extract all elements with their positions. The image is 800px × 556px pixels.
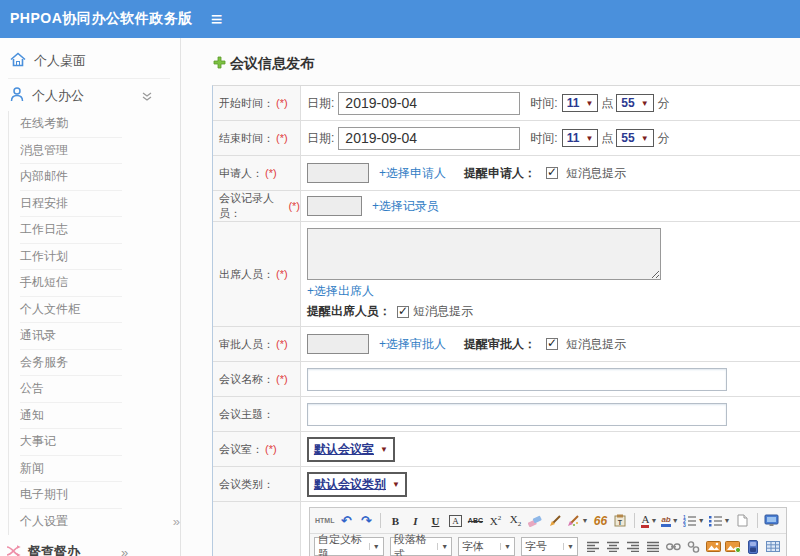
user-icon — [10, 87, 24, 105]
svg-text:T: T — [618, 519, 623, 526]
date-label: 日期: — [307, 130, 334, 147]
sidebar-item-supervise[interactable]: 督查督办 » — [0, 538, 180, 556]
meeting-room-select[interactable]: 默认会议室▼ — [307, 437, 395, 462]
date-label: 日期: — [307, 95, 334, 112]
main-content: 会议信息发布 开始时间：(*) 日期: 时间: 11▼ 点 55▼ 分 结束时间… — [181, 38, 800, 556]
choose-attendees-link[interactable]: +选择出席人 — [307, 283, 374, 300]
sidebar-subitem[interactable]: 公告 — [9, 376, 180, 403]
image-icon[interactable] — [704, 537, 722, 556]
eraser-icon[interactable] — [526, 511, 544, 530]
sidebar-item-label: 个人桌面 — [34, 52, 86, 70]
recorder-input[interactable] — [307, 196, 362, 216]
sidebar-subitem[interactable]: 内部邮件 — [9, 164, 180, 191]
top-bar: PHPOA协同办公软件政务版 ≡ — [0, 0, 800, 38]
undo-icon[interactable]: ↶ — [337, 511, 355, 530]
form-row-meeting-category: 会议类别： 默认会议类别▼ — [213, 467, 800, 502]
editor-dropdown[interactable]: 字号▼ — [521, 537, 578, 556]
start-hour-select[interactable]: 11▼ — [562, 94, 599, 112]
choose-applicant-link[interactable]: +选择申请人 — [379, 165, 446, 182]
meeting-category-select[interactable]: 默认会议类别▼ — [307, 472, 407, 497]
sidebar-subitem[interactable]: 个人文件柜 — [9, 297, 180, 324]
sms-remind-checkbox[interactable] — [546, 167, 558, 179]
toolbar-separator — [634, 513, 635, 528]
sms-remind-checkbox[interactable] — [397, 306, 409, 318]
end-date-input[interactable] — [338, 127, 520, 150]
format-brush-icon[interactable] — [546, 511, 564, 530]
font-box-icon[interactable]: A — [446, 511, 464, 530]
align-left-icon[interactable] — [584, 537, 602, 556]
editor-dropdown[interactable]: 字体▼ — [458, 537, 515, 556]
start-minute-select[interactable]: 55▼ — [616, 94, 653, 112]
remind-attendees-label: 提醒出席人员： — [307, 303, 391, 320]
required-mark: (*) — [276, 132, 288, 144]
align-justify-icon[interactable] — [644, 537, 662, 556]
font-color-icon[interactable]: A▼ — [640, 511, 658, 530]
image-add-icon[interactable] — [724, 537, 742, 556]
media-icon[interactable] — [744, 537, 762, 556]
paint-brush-menu-icon[interactable]: ▼ — [566, 511, 589, 530]
form-row-recorder: 会议记录人员：(*) +选择记录员 — [213, 191, 800, 222]
approver-input[interactable] — [307, 334, 369, 354]
sidebar-subitem[interactable]: 工作日志 — [9, 217, 180, 244]
required-mark: (*) — [265, 167, 277, 179]
ordered-list-icon[interactable]: 123▼ — [682, 511, 706, 530]
field-label: 结束时间： — [219, 131, 274, 146]
sidebar-subitem[interactable]: 新闻 — [9, 456, 180, 483]
hamburger-menu-icon[interactable]: ≡ — [211, 9, 223, 29]
hour-unit: 点 — [601, 130, 613, 147]
html-source-icon[interactable]: HTML — [314, 511, 335, 530]
field-label: 会议名称： — [219, 372, 274, 387]
italic-icon[interactable]: I — [406, 511, 424, 530]
sidebar-subitem[interactable]: 会务服务 — [9, 350, 180, 377]
align-right-icon[interactable] — [624, 537, 642, 556]
field-label: 会议室： — [219, 442, 263, 457]
sidebar-subitem[interactable]: 消息管理 — [9, 138, 180, 165]
remind-approver-label: 提醒审批人： — [464, 336, 536, 353]
link-icon[interactable] — [664, 537, 682, 556]
paste-text-icon[interactable]: T — [611, 511, 629, 530]
applicant-input[interactable] — [307, 163, 369, 183]
sidebar-subitem[interactable]: 手机短信 — [9, 270, 180, 297]
table-icon[interactable] — [764, 537, 782, 556]
align-center-icon[interactable] — [604, 537, 622, 556]
choose-recorder-link[interactable]: +选择记录员 — [372, 198, 439, 215]
meeting-form: 开始时间：(*) 日期: 时间: 11▼ 点 55▼ 分 结束时间：(*) 日期… — [212, 85, 800, 556]
strikethrough-icon[interactable]: ABC — [466, 511, 484, 530]
field-label: 会议类别： — [219, 477, 274, 492]
new-page-icon[interactable] — [734, 511, 752, 530]
app-brand: PHPOA协同办公软件政务版 — [0, 10, 193, 28]
sidebar-subitem-personal-settings[interactable]: 个人设置» — [9, 509, 180, 536]
required-mark: (*) — [276, 97, 288, 109]
sidebar-subitem[interactable]: 工作计划 — [9, 244, 180, 271]
sidebar-subitem[interactable]: 日程安排 — [9, 191, 180, 218]
end-minute-select[interactable]: 55▼ — [616, 129, 653, 147]
unlink-icon[interactable] — [684, 537, 702, 556]
redo-icon[interactable]: ↷ — [357, 511, 375, 530]
superscript-icon[interactable]: X2 — [486, 511, 504, 530]
sidebar-item-personal-desktop[interactable]: 个人桌面 — [0, 46, 180, 76]
underline-icon[interactable]: U — [426, 511, 444, 530]
sidebar-subitem[interactable]: 电子期刊 — [9, 482, 180, 509]
end-hour-select[interactable]: 11▼ — [562, 129, 599, 147]
sidebar-subitem[interactable]: 在线考勤 — [9, 111, 180, 138]
sidebar-item-personal-office[interactable]: 个人办公 — [0, 81, 180, 111]
bold-icon[interactable]: B — [386, 511, 404, 530]
start-date-input[interactable] — [338, 92, 520, 115]
form-row-meeting-name: 会议名称：(*) — [213, 362, 800, 397]
meeting-subject-input[interactable] — [307, 403, 727, 426]
highlight-color-icon[interactable]: ab▼ — [660, 511, 679, 530]
editor-dropdown[interactable]: 段落格式▼ — [390, 537, 452, 556]
blockquote-icon[interactable]: 66 — [591, 511, 609, 530]
sms-remind-checkbox[interactable] — [546, 338, 558, 350]
sidebar-subitem[interactable]: 通知 — [9, 403, 180, 430]
toolbar-separator — [380, 513, 381, 528]
sidebar-subitem[interactable]: 大事记 — [9, 429, 180, 456]
editor-dropdown[interactable]: 自定义标题▼ — [314, 537, 384, 556]
fullscreen-icon[interactable] — [763, 511, 781, 530]
sidebar-subitem[interactable]: 通讯录 — [9, 323, 180, 350]
choose-approver-link[interactable]: +选择审批人 — [379, 336, 446, 353]
meeting-name-input[interactable] — [307, 368, 727, 391]
unordered-list-icon[interactable]: ▼ — [708, 511, 732, 530]
subscript-icon[interactable]: X2 — [506, 511, 524, 530]
attendees-textarea[interactable] — [307, 228, 661, 280]
